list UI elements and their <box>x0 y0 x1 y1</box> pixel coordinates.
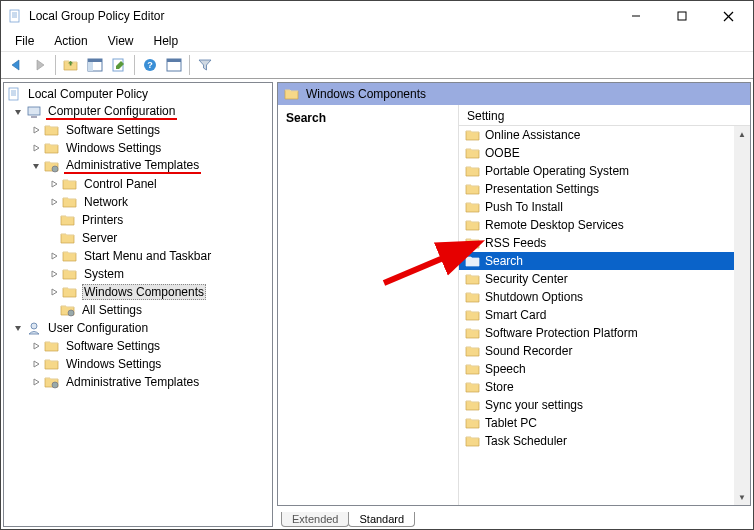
tree-administrative-templates[interactable]: Administrative Templates <box>4 157 272 175</box>
list-item-label: Tablet PC <box>485 416 537 430</box>
tree-label: Windows Settings <box>64 141 163 155</box>
scroll-up-button[interactable]: ▲ <box>734 126 750 142</box>
tree-software-settings[interactable]: Software Settings <box>4 121 272 139</box>
list-item[interactable]: Speech <box>459 360 750 378</box>
chevron-right-icon[interactable] <box>48 196 60 208</box>
right-pane: Windows Components Search Setting Online… <box>277 82 751 527</box>
forward-button[interactable] <box>29 54 51 76</box>
folder-gear-icon <box>44 374 60 390</box>
chevron-right-icon[interactable] <box>30 142 42 154</box>
chevron-right-icon[interactable] <box>48 250 60 262</box>
tree-server[interactable]: Server <box>4 229 272 247</box>
tree-uc-administrative-templates[interactable]: Administrative Templates <box>4 373 272 391</box>
chevron-right-icon[interactable] <box>30 376 42 388</box>
folder-gear-icon <box>44 158 60 174</box>
up-button[interactable] <box>60 54 82 76</box>
chevron-down-icon[interactable] <box>12 106 24 118</box>
chevron-right-icon[interactable] <box>30 358 42 370</box>
menu-action[interactable]: Action <box>44 33 97 49</box>
folder-icon <box>44 122 60 138</box>
tree-printers[interactable]: Printers <box>4 211 272 229</box>
system-buttons <box>613 1 751 31</box>
help-button[interactable]: ? <box>139 54 161 76</box>
tree-control-panel[interactable]: Control Panel <box>4 175 272 193</box>
list-item[interactable]: Sound Recorder <box>459 342 750 360</box>
window: Local Group Policy Editor File Action Vi… <box>0 0 754 530</box>
close-button[interactable] <box>705 1 751 31</box>
folder-icon <box>465 253 481 269</box>
menu-view[interactable]: View <box>98 33 144 49</box>
folder-icon <box>60 230 76 246</box>
scrollbar[interactable]: ▲ ▼ <box>734 126 750 505</box>
list-item[interactable]: Remote Desktop Services <box>459 216 750 234</box>
chevron-down-icon[interactable] <box>12 322 24 334</box>
tree-all-settings[interactable]: All Settings <box>4 301 272 319</box>
scroll-down-button[interactable]: ▼ <box>734 489 750 505</box>
maximize-button[interactable] <box>659 1 705 31</box>
list-item[interactable]: Task Scheduler <box>459 432 750 450</box>
tree-label: Computer Configuration <box>46 104 177 120</box>
list-item[interactable]: Push To Install <box>459 198 750 216</box>
tree-system[interactable]: System <box>4 265 272 283</box>
list-item[interactable]: Portable Operating System <box>459 162 750 180</box>
tree-uc-windows-settings[interactable]: Windows Settings <box>4 355 272 373</box>
chevron-right-icon[interactable] <box>48 286 60 298</box>
folder-icon <box>465 325 481 341</box>
list-item[interactable]: Security Center <box>459 270 750 288</box>
tree-user-configuration[interactable]: User Configuration <box>4 319 272 337</box>
back-button[interactable] <box>5 54 27 76</box>
toolbar: ? <box>1 51 753 79</box>
list-item-label: Task Scheduler <box>485 434 567 448</box>
chevron-down-icon[interactable] <box>30 160 42 172</box>
menu-file[interactable]: File <box>5 33 44 49</box>
tree-label: Local Computer Policy <box>26 87 150 101</box>
column-header-setting[interactable]: Setting <box>459 105 750 126</box>
tree-label: Windows Settings <box>64 357 163 371</box>
show-hide-tree-button[interactable] <box>84 54 106 76</box>
app-icon <box>7 8 23 24</box>
list-item[interactable]: Software Protection Platform <box>459 324 750 342</box>
options-button[interactable] <box>163 54 185 76</box>
tree-label: Windows Components <box>82 284 206 300</box>
tree-start-menu-taskbar[interactable]: Start Menu and Taskbar <box>4 247 272 265</box>
minimize-button[interactable] <box>613 1 659 31</box>
list-item-label: OOBE <box>485 146 520 160</box>
chevron-right-icon[interactable] <box>30 340 42 352</box>
svg-rect-9 <box>678 12 686 20</box>
list-item[interactable]: RSS Feeds <box>459 234 750 252</box>
tab-standard[interactable]: Standard <box>348 512 415 527</box>
tab-extended[interactable]: Extended <box>281 512 349 527</box>
list-item[interactable]: Presentation Settings <box>459 180 750 198</box>
properties-button[interactable] <box>108 54 130 76</box>
settings-list[interactable]: Online AssistanceOOBEPortable Operating … <box>459 126 750 505</box>
list-item[interactable]: Online Assistance <box>459 126 750 144</box>
tree-windows-settings[interactable]: Windows Settings <box>4 139 272 157</box>
tree-root[interactable]: Local Computer Policy <box>4 85 272 103</box>
tree-uc-software-settings[interactable]: Software Settings <box>4 337 272 355</box>
chevron-right-icon[interactable] <box>48 268 60 280</box>
tree-network[interactable]: Network <box>4 193 272 211</box>
chevron-right-icon[interactable] <box>30 124 42 136</box>
tree-label: Administrative Templates <box>64 375 201 389</box>
menu-help[interactable]: Help <box>144 33 189 49</box>
folder-icon <box>465 289 481 305</box>
list-item[interactable]: Search <box>459 252 750 270</box>
list-item[interactable]: Sync your settings <box>459 396 750 414</box>
list-item[interactable]: Tablet PC <box>459 414 750 432</box>
folder-icon <box>62 176 78 192</box>
chevron-right-icon[interactable] <box>48 178 60 190</box>
tree-computer-configuration[interactable]: Computer Configuration <box>4 103 272 121</box>
tree-label: Software Settings <box>64 339 162 353</box>
tree-label: All Settings <box>80 303 144 317</box>
list-item-label: Security Center <box>485 272 568 286</box>
filter-button[interactable] <box>194 54 216 76</box>
folder-icon <box>465 379 481 395</box>
list-item[interactable]: Smart Card <box>459 306 750 324</box>
tree-pane[interactable]: Local Computer Policy Computer Configura… <box>3 82 273 527</box>
tree-label: User Configuration <box>46 321 150 335</box>
list-item[interactable]: Shutdown Options <box>459 288 750 306</box>
user-icon <box>26 320 42 336</box>
list-item[interactable]: OOBE <box>459 144 750 162</box>
list-item[interactable]: Store <box>459 378 750 396</box>
tree-windows-components[interactable]: Windows Components <box>4 283 272 301</box>
